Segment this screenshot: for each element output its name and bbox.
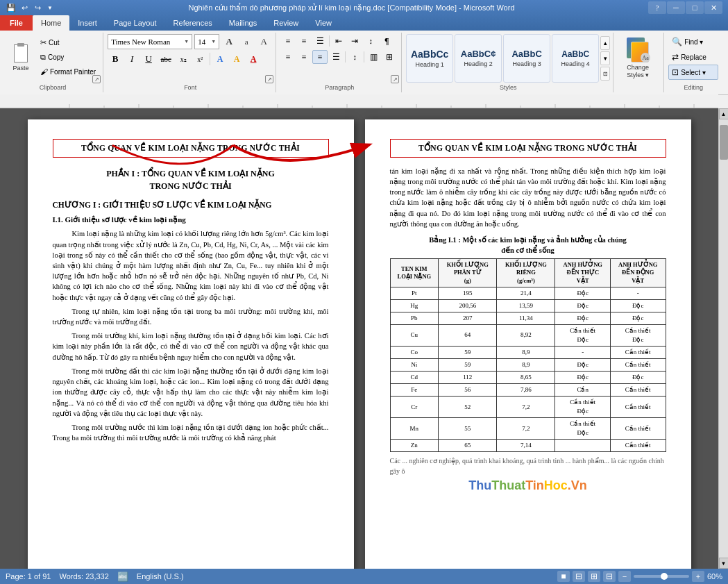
align-center-btn[interactable]: ≡ xyxy=(296,50,312,64)
style-label-h4: Heading 4 xyxy=(561,60,590,67)
close-btn[interactable]: ✕ xyxy=(704,1,722,14)
help-btn[interactable]: ? xyxy=(648,1,666,14)
tab-page-layout[interactable]: Page Layout xyxy=(105,15,165,31)
show-hide-btn[interactable]: ¶ xyxy=(379,34,394,48)
zoom-out-btn[interactable]: − xyxy=(618,571,631,582)
subscript-btn[interactable]: x₂ xyxy=(176,51,191,67)
text-effects-btn[interactable]: A xyxy=(212,51,228,67)
borders-btn[interactable]: ⊞ xyxy=(382,50,397,64)
change-styles-button[interactable]: Aa ChangeStyles ▾ xyxy=(618,34,658,81)
vertical-scrollbar[interactable]: ▲ ▼ xyxy=(718,108,728,569)
font-dialog-btn[interactable]: ↗ xyxy=(265,75,273,83)
format-painter-button[interactable]: 🖌Format Painter xyxy=(37,65,99,78)
document-area: TỔNG QUAN VỀ KIM LOẠI NẶNG TRONG NƯỚC TH… xyxy=(0,108,718,569)
styles-scroll-up[interactable]: ▲ xyxy=(600,36,610,50)
editing-group: 🔍Find ▾ ⇄Replace ⊡Select ▾ Editing xyxy=(666,33,721,92)
style-item-heading2[interactable]: AaBbC¢ Heading 2 xyxy=(455,34,502,83)
align-left-btn[interactable]: ≡ xyxy=(280,50,296,64)
horizontal-ruler xyxy=(0,94,718,108)
clipboard-dialog-btn[interactable]: ↗ xyxy=(92,75,101,83)
maximize-btn[interactable]: □ xyxy=(686,1,704,14)
page2-bottom-text: Các ... nghiên cơ nghiệp, quá trình khai… xyxy=(390,456,666,476)
tab-file[interactable]: File xyxy=(0,15,33,31)
increase-indent-btn[interactable]: ⇥ xyxy=(347,34,362,48)
tab-insert[interactable]: Insert xyxy=(69,15,105,31)
styles-expand[interactable]: ⊡ xyxy=(600,67,610,81)
editing-group-label: Editing xyxy=(666,84,721,91)
customize-qa-btn[interactable]: ▼ xyxy=(45,2,55,13)
decrease-indent-btn[interactable]: ⇤ xyxy=(331,34,346,48)
paragraph-group: ≡ ≡ ☰ ⇤ ⇥ ↕ ¶ ≡ ≡ ≡ ☰ ↕ ▥ ⊞ Paragraph xyxy=(278,33,402,92)
tab-view[interactable]: View xyxy=(307,15,340,31)
page-1: TỔNG QUAN VỀ KIM LOẠI NẶNG TRONG NƯỚC TH… xyxy=(28,119,354,569)
zoom-handle[interactable] xyxy=(661,573,668,580)
bullets-btn[interactable]: ≡ xyxy=(280,34,296,48)
font-size-dropdown[interactable]: 14 ▼ xyxy=(194,34,219,49)
word-count: Words: 23,332 xyxy=(59,572,108,581)
metals-table: TEN KIMLOẠI NẶNG KHỐI LƯỢNGPHÂN TỬ(g) KH… xyxy=(390,258,666,452)
font-group: Times New Roman ▼ 14 ▼ A a A B I U abc x… xyxy=(105,33,276,92)
scroll-track[interactable] xyxy=(719,119,729,558)
spell-check-icon[interactable]: 🔤 xyxy=(117,572,128,582)
style-item-heading4[interactable]: AaBbC Heading 4 xyxy=(552,34,599,83)
replace-button[interactable]: ⇄Replace xyxy=(668,49,718,65)
tab-mailings[interactable]: Mailings xyxy=(221,15,265,31)
tab-review[interactable]: Review xyxy=(265,15,307,31)
page1-para3: Trong môi trường khí, kim loại nặng thườ… xyxy=(53,331,329,362)
font-name-dropdown[interactable]: Times New Roman ▼ xyxy=(108,34,192,49)
shading-btn[interactable]: ▥ xyxy=(366,50,381,64)
style-item-heading1[interactable]: AaBbCc Heading 1 xyxy=(406,34,453,83)
status-right: ■ ⊟ ⊞ ⊟ − + 60% xyxy=(557,571,722,582)
strikethrough-btn[interactable]: abc xyxy=(158,51,174,67)
bold-btn[interactable]: B xyxy=(108,51,123,67)
select-button[interactable]: ⊡Select ▾ xyxy=(668,65,718,80)
cut-button[interactable]: ✂Cut xyxy=(37,35,99,49)
view-reading-btn[interactable]: ⊞ xyxy=(588,571,600,582)
language[interactable]: English (U.S.) xyxy=(137,572,184,581)
copy-button[interactable]: ⧉Copy xyxy=(37,50,99,64)
numbering-btn[interactable]: ≡ xyxy=(296,34,312,48)
page1-para2: Trong tự nhiên, kim loại nặng tồn tại tr… xyxy=(53,306,329,327)
view-normal-btn[interactable]: ■ xyxy=(557,571,570,582)
align-right-btn[interactable]: ≡ xyxy=(312,50,328,64)
sort-btn[interactable]: ↕ xyxy=(363,34,378,48)
style-label-h2: Heading 2 xyxy=(464,60,493,67)
zoom-slider[interactable] xyxy=(634,575,689,578)
view-web-btn[interactable]: ⊟ xyxy=(573,571,585,582)
scroll-down-btn[interactable]: ▼ xyxy=(719,558,729,569)
tab-home[interactable]: Home xyxy=(33,15,69,31)
style-preview-h4: AaBbC xyxy=(561,50,589,58)
font-color-btn[interactable]: A xyxy=(246,51,261,67)
paste-button[interactable]: Paste xyxy=(6,34,36,76)
zoom-in-btn[interactable]: + xyxy=(692,571,704,582)
multilevel-list-btn[interactable]: ☰ xyxy=(312,34,328,48)
clipboard-group: Paste ✂Cut ⧉Copy 🖌Format Painter Clipboa… xyxy=(3,33,103,92)
decrease-font-btn[interactable]: a xyxy=(239,34,254,49)
find-button[interactable]: 🔍Find ▾ xyxy=(668,34,718,49)
underline-btn[interactable]: U xyxy=(141,51,156,67)
line-spacing-btn[interactable]: ↕ xyxy=(347,50,362,64)
scroll-thumb[interactable] xyxy=(720,125,728,160)
justify-btn[interactable]: ☰ xyxy=(328,50,344,64)
view-outline-btn[interactable]: ⊟ xyxy=(603,571,616,582)
increase-font-btn[interactable]: A xyxy=(221,34,237,49)
paragraph-dialog-btn[interactable]: ↗ xyxy=(391,75,399,83)
table-row: Cr527,2Cần thiếtĐộcCần thiết xyxy=(390,396,666,417)
style-item-heading3[interactable]: AaBbC Heading 3 xyxy=(503,34,550,83)
redo-btn[interactable]: ↪ xyxy=(32,2,43,13)
paste-label: Paste xyxy=(12,65,28,72)
font-group-label: Font xyxy=(105,84,276,91)
page1-para4: Trong môi trường đất thì các kim loại nặ… xyxy=(53,366,329,419)
tab-references[interactable]: References xyxy=(165,15,221,31)
styles-scroll-down[interactable]: ▼ xyxy=(600,51,610,65)
text-highlight-btn[interactable]: A xyxy=(229,51,244,67)
scroll-up-btn[interactable]: ▲ xyxy=(719,108,729,119)
svg-rect-0 xyxy=(0,94,718,108)
clear-format-btn[interactable]: A xyxy=(256,34,271,49)
undo-btn[interactable]: ↩ xyxy=(19,2,30,13)
superscript-btn[interactable]: x² xyxy=(192,51,208,67)
italic-btn[interactable]: I xyxy=(124,51,139,67)
save-btn[interactable]: 💾 xyxy=(6,2,17,13)
minimize-btn[interactable]: ─ xyxy=(667,1,685,14)
page-2: TỔNG QUAN VỀ KIM LOẠI NẶNG TRONG NƯỚC TH… xyxy=(365,119,691,569)
